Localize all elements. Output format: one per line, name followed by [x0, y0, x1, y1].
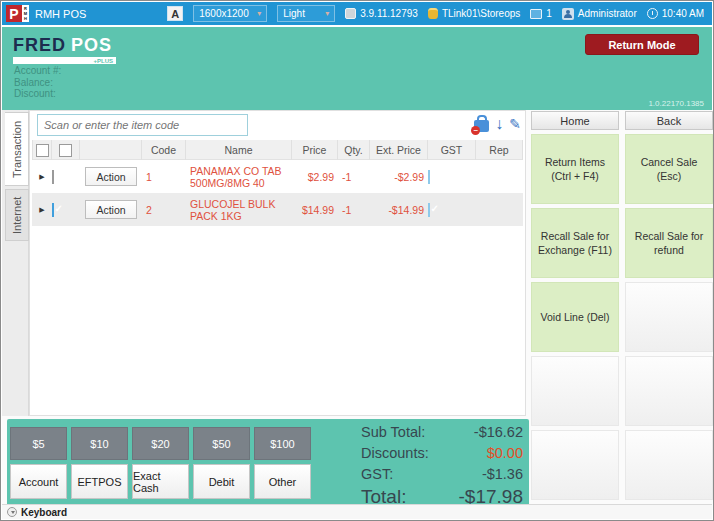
col-name: Name — [186, 140, 292, 160]
gst-checkbox[interactable] — [428, 170, 430, 184]
rmh-logo-side: RMH — [22, 5, 29, 22]
user-name: Administrator — [578, 8, 637, 19]
col-action — [80, 140, 142, 160]
pos-version-text: 3.9.11.12793 — [360, 8, 418, 19]
quick-amount-20-button[interactable]: $20 — [132, 427, 189, 460]
back-button[interactable]: Back — [625, 111, 713, 130]
transaction-panel: ↓ ✎ Code Name Price Qty. Ext. Price GST … — [29, 110, 526, 416]
resolution-value: 1600x1200 — [199, 8, 249, 19]
tab-transaction[interactable]: Transaction — [5, 112, 29, 186]
window-title: RMH POS — [35, 8, 86, 20]
exact-cash-tender-button[interactable]: Exact Cash — [132, 464, 189, 499]
table-header: Code Name Price Qty. Ext. Price GST Rep — [32, 140, 523, 160]
balance-label: Balance: — [14, 77, 61, 89]
app-window: P RMH RMH POS A 1600x1200 ▾ Light ▾ 3.9.… — [0, 0, 714, 521]
select-all-checkbox-2[interactable] — [59, 144, 72, 157]
app-version: 1.0.22170.1385 — [648, 99, 704, 108]
home-button[interactable]: Home — [531, 111, 619, 130]
recall-refund-button[interactable]: Recall Sale for refund — [625, 208, 713, 278]
theme-value: Light — [283, 8, 305, 19]
other-tender-button[interactable]: Other — [254, 464, 311, 499]
recall-exchange-button[interactable]: Recall Sale for Exchange (F11) — [531, 208, 619, 278]
keyboard-label: Keyboard — [21, 507, 67, 518]
quick-amount-100-button[interactable]: $100 — [254, 427, 311, 460]
side-tab-strip: Transaction Internet — [2, 110, 29, 416]
totals-block: Sub Total: -$16.62 Discounts: $0.00 GST:… — [361, 422, 523, 509]
sub-total-label: Sub Total: — [361, 422, 425, 443]
account-tender-button[interactable]: Account — [10, 464, 67, 499]
account-summary: Account #: Balance: Discount: — [14, 65, 61, 100]
sub-total-value: -$16.62 — [474, 422, 523, 443]
empty-function-slot — [625, 430, 713, 500]
download-arrow-icon[interactable]: ↓ — [495, 116, 503, 132]
scan-input[interactable] — [37, 114, 248, 136]
empty-function-slot — [531, 430, 619, 500]
monitor-icon — [530, 9, 542, 19]
empty-function-slot — [531, 356, 619, 426]
edit-pen-icon[interactable]: ✎ — [509, 116, 521, 132]
col-qty: Qty. — [338, 140, 370, 160]
quick-amount-10-button[interactable]: $10 — [71, 427, 128, 460]
action-button[interactable]: Action — [85, 167, 137, 186]
item-name: PANAMAX CO TAB 500MG/8MG 40 — [186, 165, 292, 189]
brand-underline: +PLUS — [13, 57, 116, 64]
quick-amount-50-button[interactable]: $50 — [193, 427, 250, 460]
gst-value: -$1.36 — [482, 464, 523, 485]
col-rep: Rep — [476, 140, 523, 160]
col-price: Price — [292, 140, 338, 160]
debit-tender-button[interactable]: Debit — [193, 464, 250, 499]
item-name: GLUCOJEL BULK PACK 1KG — [186, 198, 292, 222]
database-icon — [428, 8, 438, 19]
register-count: 1 — [546, 8, 552, 19]
row-expander-icon[interactable]: ▶ — [32, 206, 52, 214]
row-checkbox[interactable] — [52, 203, 54, 217]
quick-amount-5-button[interactable]: $5 — [10, 427, 67, 460]
user-info: Administrator — [562, 8, 637, 20]
select-all-checkbox[interactable] — [36, 144, 49, 157]
item-price: $14.99 — [292, 204, 338, 216]
brand-fred: FRED — [13, 35, 66, 56]
eftpos-tender-button[interactable]: EFTPOS — [71, 464, 128, 499]
function-button-panel: Home Back Return Items (Ctrl + F4) Cance… — [531, 111, 714, 510]
pos-version: 3.9.11.12793 — [345, 8, 418, 19]
row-checkbox[interactable] — [52, 170, 54, 184]
table-row[interactable]: ▶ Action 2 GLUCOJEL BULK PACK 1KG $14.99… — [32, 193, 523, 226]
header-band: FRED POS +PLUS Return Mode Account #: Ba… — [2, 27, 712, 110]
rmh-logo-letter: P — [6, 5, 22, 22]
font-icon[interactable]: A — [167, 6, 183, 21]
void-line-button[interactable]: Void Line (Del) — [531, 282, 619, 352]
discount-label: Discount: — [14, 88, 61, 100]
brand-pos: POS — [71, 35, 112, 56]
cancel-sale-button[interactable]: Cancel Sale (Esc) — [625, 134, 713, 204]
col-gst: GST — [428, 140, 476, 160]
discounts-label: Discounts: — [361, 443, 429, 464]
empty-function-slot — [625, 356, 713, 426]
row-expander-icon[interactable]: ▶ — [32, 173, 52, 181]
titlebar: P RMH RMH POS A 1600x1200 ▾ Light ▾ 3.9.… — [2, 2, 712, 25]
table-row[interactable]: ▶ Action 1 PANAMAX CO TAB 500MG/8MG 40 $… — [32, 160, 523, 193]
item-price: $2.99 — [292, 171, 338, 183]
clock-info: 10:40 AM — [647, 8, 704, 19]
return-mode-button[interactable]: Return Mode — [585, 34, 699, 55]
terminal-text: TLink01\Storeops — [442, 8, 520, 19]
keyboard-expander-icon[interactable] — [7, 507, 17, 517]
item-code: 1 — [142, 171, 186, 183]
item-qty: -1 — [338, 204, 370, 216]
action-button[interactable]: Action — [85, 200, 137, 219]
gst-label: GST: — [361, 464, 393, 485]
chevron-down-icon: ▾ — [325, 9, 329, 18]
return-items-button[interactable]: Return Items (Ctrl + F4) — [531, 134, 619, 204]
resolution-dropdown[interactable]: 1600x1200 ▾ — [193, 5, 267, 22]
theme-dropdown[interactable]: Light ▾ — [277, 5, 335, 22]
version-icon — [345, 8, 356, 19]
discounts-value: $0.00 — [487, 443, 523, 464]
item-ext-price: -$14.99 — [370, 204, 428, 216]
chevron-down-icon: ▾ — [257, 9, 261, 18]
brand-plus: +PLUS — [93, 58, 113, 64]
user-icon — [562, 8, 574, 20]
item-code: 2 — [142, 204, 186, 216]
remove-item-bag-icon[interactable] — [474, 120, 489, 132]
tab-internet[interactable]: Internet — [5, 189, 29, 241]
gst-checkbox[interactable] — [428, 203, 430, 217]
col-code: Code — [142, 140, 186, 160]
